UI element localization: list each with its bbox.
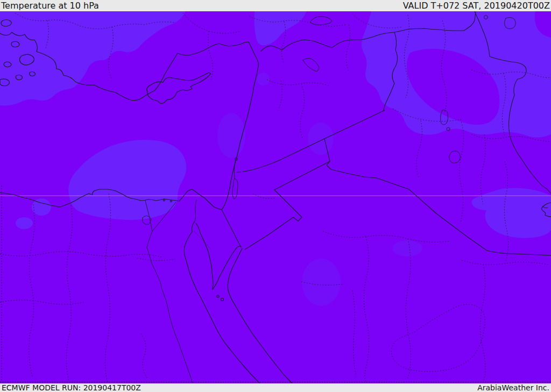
brand-label: ArabiaWeather Inc.: [477, 383, 549, 392]
map-title: Temperature at 10 hPa: [1, 1, 99, 11]
valid-time-label: VALID T+072 SAT, 20190420T00Z: [403, 1, 550, 11]
footer-bar: ECMWF MODEL RUN: 20190417T00Z ArabiaWeat…: [0, 383, 551, 392]
header-bar: Temperature at 10 hPa VALID T+072 SAT, 2…: [0, 0, 551, 11]
model-run-label: ECMWF MODEL RUN: 20190417T00Z: [2, 383, 141, 392]
forecast-map: [0, 11, 551, 383]
